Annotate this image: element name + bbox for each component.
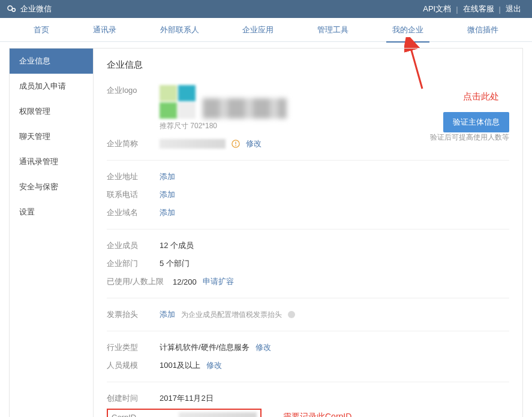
api-doc-link[interactable]: API文档 [418,4,456,14]
phone-label: 联系电话 [107,189,160,200]
content-panel: 企业信息 验证主体信息 验证后可提高使用人数等 企业logo 推荐尺寸 702*… [93,48,523,417]
verify-button[interactable]: 验证主体信息 [443,112,509,132]
depts-label: 企业部门 [107,258,160,269]
tab-external[interactable]: 外部联系人 [154,18,205,42]
sidebar-item-permissions[interactable]: 权限管理 [10,99,93,124]
warning-icon [232,140,240,148]
members-value: 12 个成员 [160,240,194,251]
support-link[interactable]: 在线客服 [458,4,499,14]
shortname-label: 企业简称 [107,138,160,149]
sidebar-item-security[interactable]: 安全与保密 [10,174,93,200]
shortname-edit-link[interactable]: 修改 [246,138,262,149]
svg-point-0 [8,6,13,11]
enterprise-logo-text [203,98,287,119]
sidebar-item-join-requests[interactable]: 成员加入申请 [10,74,93,99]
tab-apps[interactable]: 企业应用 [236,18,279,42]
verify-hint: 验证后可提高使用人数等 [430,132,509,143]
industry-value: 计算机软件/硬件/信息服务 [160,342,250,353]
shortname-value [160,139,226,149]
phone-add-link[interactable]: 添加 [160,189,175,200]
created-label: 创建时间 [107,393,160,404]
invoice-note: 为企业成员配置增值税发票抬头 [181,310,282,320]
logo-size-hint: 推荐尺寸 702*180 [160,121,217,131]
scale-edit-link[interactable]: 修改 [206,360,222,371]
depts-value: 5 个部门 [160,258,190,269]
page-title: 企业信息 [107,59,509,71]
tab-my-enterprise[interactable]: 我的企业 [386,18,429,42]
domain-label: 企业域名 [107,207,160,218]
sidebar-item-settings[interactable]: 设置 [10,200,93,225]
address-add-link[interactable]: 添加 [160,171,175,182]
sidebar-item-chat[interactable]: 聊天管理 [10,124,93,149]
scale-label: 人员规模 [107,360,160,371]
tab-home[interactable]: 首页 [28,18,55,42]
quota-expand-link[interactable]: 申请扩容 [203,276,234,287]
corpid-value [179,412,257,417]
sidebar-item-contacts-mgmt[interactable]: 通讯录管理 [10,149,93,174]
members-label: 企业成员 [107,240,160,251]
logo-label: 企业logo [107,85,160,96]
quota-value: 12/200 [173,277,197,286]
tab-tools[interactable]: 管理工具 [311,18,354,42]
sidebar-item-enterprise-info[interactable]: 企业信息 [10,49,93,74]
brand-icon [6,4,17,14]
top-bar: 企业微信 API文档 | 在线客服 | 退出 [0,0,532,18]
svg-point-5 [235,145,236,146]
sidebar: 企业信息 成员加入申请 权限管理 聊天管理 通讯录管理 安全与保密 设置 [9,48,93,417]
corpid-highlight: CorpID [107,409,262,417]
scale-value: 1001及以上 [160,360,200,371]
svg-point-1 [12,8,15,11]
domain-add-link[interactable]: 添加 [160,207,175,218]
info-icon [288,311,295,318]
brand-text: 企业微信 [20,4,52,14]
enterprise-logo-image[interactable] [160,85,196,119]
industry-edit-link[interactable]: 修改 [256,342,271,353]
corpid-label: CorpID [112,413,161,418]
tab-wechat-plugin[interactable]: 微信插件 [461,18,504,42]
address-label: 企业地址 [107,171,160,182]
invoice-add-link[interactable]: 添加 [160,309,175,320]
tab-contacts[interactable]: 通讯录 [87,18,122,42]
annotation-record-corpid: 需要记录此CorpID [283,412,351,417]
industry-label: 行业类型 [107,342,160,353]
invoice-label: 发票抬头 [107,309,160,320]
quota-label: 已使用/人数上限 [107,276,173,287]
brand: 企业微信 [6,4,52,14]
logout-link[interactable]: 退出 [501,4,526,14]
main-nav: 首页 通讯录 外部联系人 企业应用 管理工具 我的企业 微信插件 [0,18,532,42]
created-value: 2017年11月2日 [160,393,214,404]
